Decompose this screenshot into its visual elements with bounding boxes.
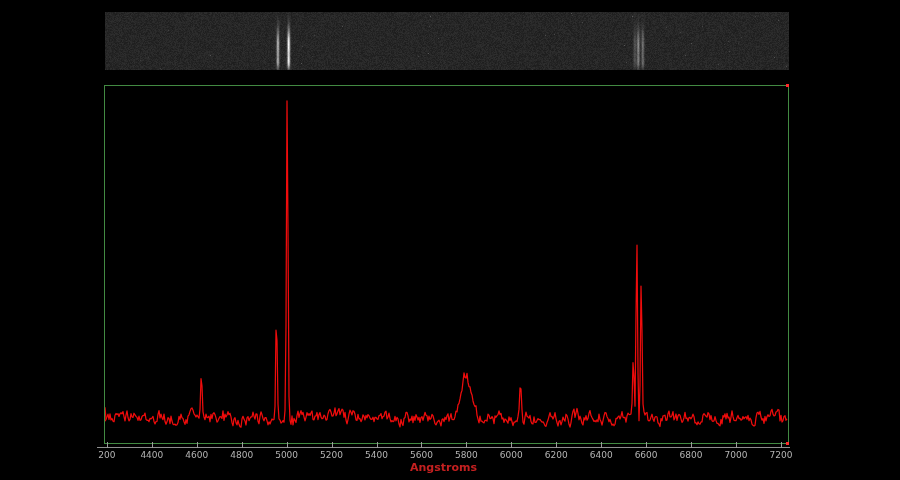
x-tick: [107, 442, 108, 448]
x-tick: [152, 442, 153, 448]
x-tick-label: 7200: [761, 450, 801, 460]
x-tick-label: 5400: [357, 450, 397, 460]
x-tick-label: 5000: [267, 450, 307, 460]
x-tick-label: 4800: [222, 450, 262, 460]
corner-marker-top-right: [786, 84, 789, 87]
x-tick-label: 5600: [401, 450, 441, 460]
x-tick: [601, 442, 602, 448]
x-tick: [242, 442, 243, 448]
x-tick: [332, 442, 333, 448]
x-tick: [466, 442, 467, 448]
x-tick: [377, 442, 378, 448]
x-tick: [646, 442, 647, 448]
x-tick-label: 6600: [626, 450, 666, 460]
x-tick: [511, 442, 512, 448]
x-tick: [421, 442, 422, 448]
x-tick: [556, 442, 557, 448]
x-tick-label: 5200: [312, 450, 352, 460]
x-tick-label: 200: [87, 450, 127, 460]
x-axis-title: Angstroms: [97, 461, 790, 474]
x-tick-label: 6800: [671, 450, 711, 460]
x-tick-label: 6000: [491, 450, 531, 460]
x-tick: [197, 442, 198, 448]
x-tick: [287, 442, 288, 448]
x-axis: 2004400460048005000520054005600580060006…: [0, 0, 900, 40]
corner-marker-bottom-right: [786, 442, 789, 445]
x-tick-label: 7000: [716, 450, 756, 460]
x-tick: [691, 442, 692, 448]
x-tick-label: 6200: [536, 450, 576, 460]
x-axis-line: [97, 447, 790, 448]
x-tick: [781, 442, 782, 448]
x-tick-label: 6400: [581, 450, 621, 460]
x-tick-label: 4400: [132, 450, 172, 460]
spectrum-1d-plot[interactable]: [105, 86, 788, 443]
x-tick-label: 4600: [177, 450, 217, 460]
x-tick: [736, 442, 737, 448]
spectrum-viewer-screen: 2004400460048005000520054005600580060006…: [0, 0, 900, 480]
x-tick-label: 5800: [446, 450, 486, 460]
